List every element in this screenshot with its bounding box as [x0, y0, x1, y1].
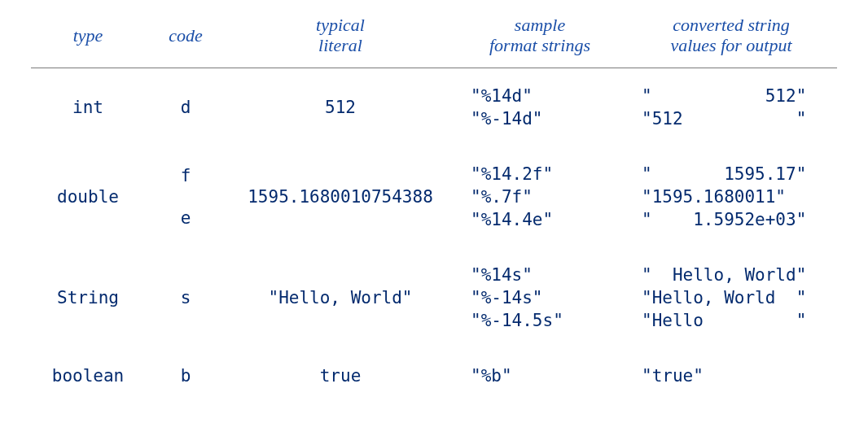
cell-literal: 512: [325, 98, 356, 117]
table-row: boolean b true "%b" "true": [31, 348, 837, 403]
table-row: int d 512 "%14d" "%-14d" " 512" "512 ": [31, 68, 837, 146]
cell-code: s: [181, 288, 191, 307]
cell-output: "Hello, World ": [642, 288, 834, 307]
cell-format-string: "%14d": [471, 86, 622, 106]
cell-output: " Hello, World": [642, 265, 834, 285]
cell-format-string: "%b": [471, 366, 622, 386]
cell-output: " 1595.17": [642, 164, 834, 184]
cell-output: "true": [642, 366, 834, 386]
cell-output: " 512": [642, 86, 834, 106]
cell-output: "1595.1680011": [642, 187, 834, 207]
cell-format-string: "%-14d": [471, 109, 622, 129]
header-format: sampleformat strings: [454, 10, 625, 68]
table-row: double f e 1595.1680010754388 "%14.2f" "…: [31, 146, 837, 247]
cell-format-string: "%.7f": [471, 187, 622, 207]
cell-type: double: [57, 187, 119, 207]
cell-type: int: [72, 98, 103, 117]
format-conversion-table-wrapper: type code typicalliteral sampleformat st…: [0, 0, 868, 403]
cell-literal: 1595.1680010754388: [248, 187, 433, 207]
cell-format-string: "%14s": [471, 265, 622, 285]
header-literal: typicalliteral: [226, 10, 454, 68]
cell-format-string: "%-14s": [471, 288, 622, 307]
table-row: String s "Hello, World" "%14s" "%-14s" "…: [31, 247, 837, 348]
cell-code: e: [181, 208, 191, 228]
cell-code: b: [181, 366, 191, 386]
header-code: code: [145, 10, 226, 68]
cell-format-string: "%-14.5s": [471, 311, 622, 330]
cell-code: d: [181, 98, 191, 117]
cell-literal: "Hello, World": [268, 288, 412, 307]
cell-output: "512 ": [642, 109, 834, 129]
cell-format-string: "%14.2f": [471, 164, 622, 184]
format-conversion-table: type code typicalliteral sampleformat st…: [31, 10, 837, 403]
cell-code: f: [181, 166, 191, 185]
cell-type: boolean: [52, 366, 125, 386]
cell-format-string: "%14.4e": [471, 210, 622, 229]
table-header: type code typicalliteral sampleformat st…: [31, 10, 837, 68]
cell-output: "Hello ": [642, 311, 834, 330]
header-output: converted stringvalues for output: [625, 10, 837, 68]
cell-type: String: [57, 288, 119, 307]
cell-literal: true: [320, 366, 362, 386]
header-type: type: [31, 10, 145, 68]
cell-output: " 1.5952e+03": [642, 210, 834, 229]
